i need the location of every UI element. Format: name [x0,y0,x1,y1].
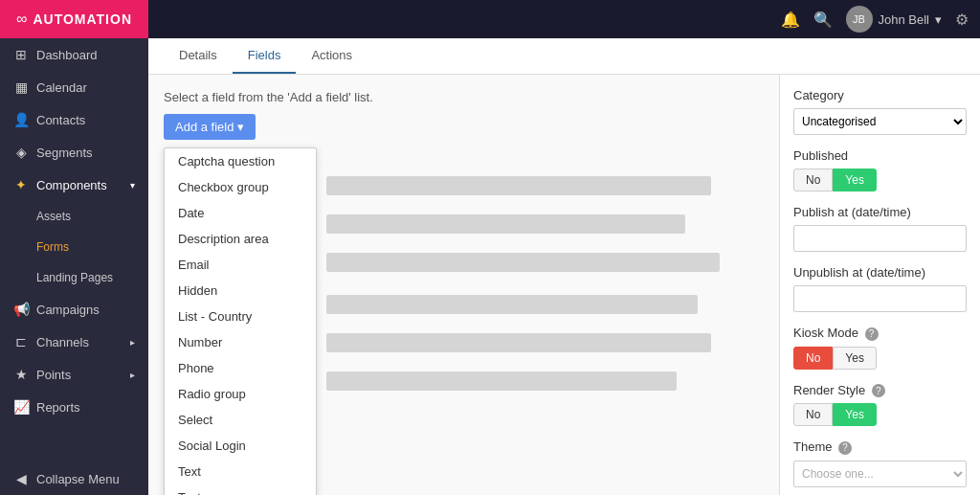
render-help-icon[interactable]: ? [872,384,885,397]
dropdown-item-checkbox[interactable]: Checkbox group [165,174,316,200]
sidebar-item-label: Collapse Menu [36,472,120,486]
category-section: Category Uncategorised [793,88,967,135]
dropdown-item-hidden[interactable]: Hidden [165,278,316,304]
logo-area: ∞ AUTOMATION [0,0,148,38]
kiosk-toggle: No Yes [793,347,967,370]
sidebar-item-components[interactable]: ✦ Components ▾ [0,169,148,201]
channels-icon: ⊏ [13,334,29,349]
sidebar-item-label: Segments [36,146,93,160]
sidebar-item-label: Landing Pages [36,271,113,284]
dropdown-item-number[interactable]: Number [165,329,316,355]
tabs: Details Fields Actions [164,38,965,74]
sidebar-item-landing-pages[interactable]: Landing Pages [0,262,148,293]
preview-bar-6 [326,371,677,391]
sidebar-item-contacts[interactable]: 👤 Contacts [0,103,148,136]
bell-icon[interactable]: 🔔 [781,11,800,29]
collapse-icon: ◀ [13,471,29,486]
dropdown-item-captcha[interactable]: Captcha question [165,148,316,174]
preview-col [317,147,764,495]
category-label: Category [793,88,967,102]
sidebar-item-dashboard[interactable]: ⊞ Dashboard [0,38,148,71]
published-section: Published No Yes [793,148,967,191]
tab-fields[interactable]: Fields [233,38,297,74]
sidebar-item-label: Contacts [36,113,85,127]
main-content: Select a field from the 'Add a field' li… [148,75,980,495]
points-chevron-icon: ▸ [130,370,135,380]
render-no-button[interactable]: No [793,403,833,426]
form-area: Select a field from the 'Add a field' li… [148,75,779,495]
dropdown-item-textarea[interactable]: Textarea [165,484,316,495]
dropdown-item-select[interactable]: Select [165,407,316,433]
dropdown-item-text[interactable]: Text [165,459,316,484]
dropdown-item-social-login[interactable]: Social Login [165,433,316,459]
calendar-icon: ▦ [13,79,29,95]
add-field-label: Add a field [175,120,234,134]
render-toggle: No Yes [793,403,967,426]
published-no-button[interactable]: No [793,169,833,191]
dropdown-item-date[interactable]: Date [165,200,316,226]
settings-icon[interactable]: ⚙ [955,11,969,29]
header-right: 🔔 🔍 JB John Bell ▾ ⚙ [781,6,969,33]
preview-bar-1 [326,176,711,195]
add-field-button[interactable]: Add a field ▾ [164,114,256,140]
tabs-header: Details Fields Actions [148,38,980,75]
unpublish-at-section: Unpublish at (date/time) [793,265,967,312]
unpublish-at-label: Unpublish at (date/time) [793,265,967,280]
reports-icon: 📈 [13,399,29,415]
right-panel: Category Uncategorised Published No Yes … [779,75,980,495]
contacts-icon: 👤 [13,112,29,127]
published-label: Published [793,148,967,163]
theme-select[interactable]: Choose one... [793,461,967,487]
tab-details[interactable]: Details [164,38,233,74]
preview-bar-4 [326,295,698,314]
sidebar-item-segments[interactable]: ◈ Segments [0,136,148,169]
sidebar-item-points[interactable]: ★ Points ▸ [0,358,148,391]
kiosk-yes-button[interactable]: Yes [833,347,877,370]
user-area[interactable]: JB John Bell ▾ [846,6,942,33]
sidebar-item-channels[interactable]: ⊏ Channels ▸ [0,326,148,358]
kiosk-help-icon[interactable]: ? [865,327,879,341]
publish-at-input[interactable] [793,225,967,252]
sidebar-item-forms[interactable]: Forms [0,232,148,262]
logo-text: AUTOMATION [33,11,132,27]
dropdown-item-email[interactable]: Email [165,252,316,278]
components-icon: ✦ [13,177,29,192]
sidebar: ⊞ Dashboard ▦ Calendar 👤 Contacts ◈ Segm… [0,38,148,495]
search-icon[interactable]: 🔍 [813,11,833,29]
dropdown-item-phone[interactable]: Phone [165,355,316,381]
kiosk-label: Kiosk Mode ? [793,326,967,341]
user-caret-icon: ▾ [935,12,942,27]
preview-bar-3 [326,253,720,272]
kiosk-no-button[interactable]: No [793,347,833,370]
sidebar-item-label: Points [36,368,71,382]
publish-at-section: Publish at (date/time) [793,205,967,252]
sidebar-item-label: Channels [36,335,89,349]
sidebar-item-label: Forms [36,240,69,254]
main-layout: ⊞ Dashboard ▦ Calendar 👤 Contacts ◈ Segm… [0,38,980,495]
sidebar-item-label: Dashboard [36,48,98,62]
sidebar-item-calendar[interactable]: ▦ Calendar [0,71,148,103]
channels-chevron-icon: ▸ [130,337,135,348]
theme-help-icon[interactable]: ? [838,441,852,455]
points-icon: ★ [13,367,29,382]
published-yes-button[interactable]: Yes [833,169,877,191]
tab-actions[interactable]: Actions [296,38,368,74]
dropdown-item-list-country[interactable]: List - Country [165,304,316,329]
unpublish-at-input[interactable] [793,285,967,312]
kiosk-section: Kiosk Mode ? No Yes [793,326,967,370]
campaigns-icon: 📢 [13,302,29,317]
sidebar-item-assets[interactable]: Assets [0,201,148,232]
segments-icon: ◈ [13,145,29,160]
logo-icon: ∞ [16,11,27,28]
render-style-label: Render Style ? [793,383,967,398]
dropdown-item-radio[interactable]: Radio group [165,381,316,407]
render-yes-button[interactable]: Yes [833,403,877,426]
sidebar-item-label: Components [36,178,107,192]
theme-label: Theme ? [793,439,967,455]
sidebar-item-reports[interactable]: 📈 Reports [0,391,148,423]
dropdown-item-description[interactable]: Description area [165,226,316,252]
sidebar-item-campaigns[interactable]: 📢 Campaigns [0,293,148,326]
hint-text: Select a field from the 'Add a field' li… [164,90,764,104]
sidebar-item-collapse[interactable]: ◀ Collapse Menu [0,462,148,495]
category-select[interactable]: Uncategorised [793,108,967,135]
